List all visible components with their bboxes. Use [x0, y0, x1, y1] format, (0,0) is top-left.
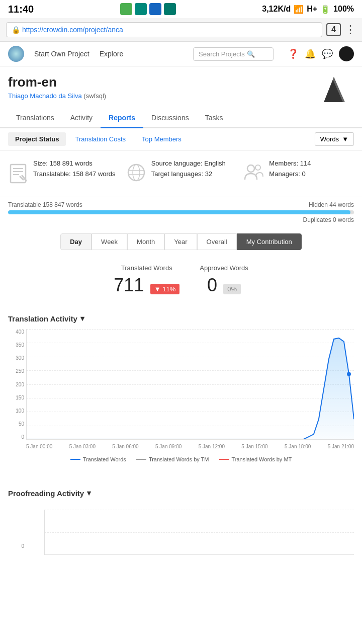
nav-icons: ❓ 🔔 💬 — [288, 46, 354, 61]
approved-words-value: 0 0% — [200, 275, 248, 296]
translation-activity-section: Translation Activity ▾ 0 50 100 150 200 … — [0, 308, 362, 468]
tab-discussions[interactable]: Discussions — [143, 109, 197, 128]
notifications-icon[interactable]: 🔔 — [305, 48, 316, 59]
period-year[interactable]: Year — [164, 233, 197, 250]
proof-chart-inner — [26, 504, 354, 555]
progress-bar — [8, 210, 354, 214]
subtab-project-status[interactable]: Project Status — [8, 132, 66, 146]
tools-icon — [8, 160, 28, 189]
chart-area — [26, 329, 354, 440]
app-icon-3 — [149, 3, 161, 15]
period-day[interactable]: Day — [60, 233, 92, 250]
translatable-label: Translatable 158 847 words — [8, 201, 82, 208]
owner-username: (swfsql) — [83, 92, 106, 100]
svg-point-6 — [128, 165, 144, 181]
progress-labels: Translatable 158 847 words Hidden 44 wor… — [8, 201, 354, 208]
word-counts: Translated Words 711 ▼ 11% Approved Word… — [0, 258, 362, 308]
primary-tabs: Translations Activity Reports Discussion… — [0, 109, 362, 128]
legend-translated-tm: Translated Words by TM — [136, 456, 209, 462]
proofreading-chart-container: 0 — [8, 504, 354, 555]
tab-tasks[interactable]: Tasks — [197, 109, 231, 128]
clock: 11:40 — [8, 4, 34, 15]
app-icon-1 — [120, 3, 132, 15]
period-month[interactable]: Month — [127, 233, 164, 250]
words-dropdown[interactable]: Words ▼ — [315, 132, 354, 146]
chart-container: 0 50 100 150 200 250 300 350 400 — [8, 329, 354, 453]
signal-icon: 📶 — [294, 5, 304, 14]
hidden-label: Hidden 44 words — [309, 201, 354, 208]
translated-badge: ▼ 11% — [150, 284, 180, 294]
svg-point-7 — [133, 165, 140, 181]
translated-words-label: Translated Words — [114, 264, 179, 272]
tab-reports[interactable]: Reports — [101, 109, 143, 128]
status-bar: 11:40 3,12K/d 📶 H+ 🔋 100% — [0, 0, 362, 18]
proofreading-title[interactable]: Proofreading Activity ▾ — [8, 489, 354, 498]
chart-y-labels: 0 50 100 150 200 250 300 350 400 — [8, 329, 26, 440]
subtab-top-members[interactable]: Top Members — [135, 132, 189, 146]
battery-percent: 100% — [333, 5, 354, 14]
svg-point-12 — [347, 372, 351, 376]
browser-menu[interactable]: ⋮ — [345, 23, 356, 36]
legend-line-blue — [70, 459, 80, 460]
period-overall[interactable]: Overall — [197, 233, 237, 250]
approved-words-block: Approved Words 0 0% — [200, 264, 248, 296]
owner-name[interactable]: Thiago Machado da Silva — [8, 92, 82, 100]
legend-label-tm: Translated Words by TM — [149, 456, 209, 462]
svg-point-10 — [247, 165, 254, 172]
period-week[interactable]: Week — [92, 233, 127, 250]
proofreading-section: Proofreading Activity ▾ 0 — [0, 480, 362, 555]
chevron-down-icon: ▾ — [87, 489, 91, 498]
chart-inner: 5 Jan 00:00 5 Jan 03:00 5 Jan 06:00 5 Ja… — [26, 329, 354, 453]
translated-words-block: Translated Words 711 ▼ 11% — [114, 264, 179, 296]
legend-translated-words: Translated Words — [70, 456, 126, 462]
legend-line-red — [219, 459, 229, 460]
tab-count[interactable]: 4 — [326, 23, 341, 36]
duplicates-label: Duplicates 0 words — [8, 216, 354, 223]
proofreading-chart-area — [44, 510, 354, 555]
approved-count: 0 — [207, 275, 217, 295]
search-icon: 🔍 — [247, 50, 255, 58]
legend-line-grey — [136, 459, 146, 460]
project-logo — [314, 74, 354, 105]
chart-legend: Translated Words Translated Words by TM … — [8, 456, 354, 462]
subtab-translation-costs[interactable]: Translation Costs — [68, 132, 133, 146]
avatar[interactable] — [339, 46, 354, 61]
activity-chart-svg — [27, 329, 354, 439]
translated-count: 711 — [114, 275, 144, 295]
nav-start-own-project[interactable]: Start Own Project — [34, 50, 89, 58]
search-projects[interactable]: Search Projects 🔍 — [193, 47, 274, 61]
nav-explore[interactable]: Explore — [100, 50, 123, 58]
translation-activity-title[interactable]: Translation Activity ▾ — [8, 314, 354, 323]
secondary-tabs: Project Status Translation Costs Top Mem… — [0, 128, 362, 150]
words-dropdown-label: Words — [320, 135, 339, 143]
status-icons — [120, 3, 176, 15]
legend-translated-mt: Translated Words by MT — [219, 456, 292, 462]
stat-size-text: Size: 158 891 words Translatable: 158 84… — [33, 158, 116, 180]
progress-section: Translatable 158 847 words Hidden 44 wor… — [0, 197, 362, 225]
app-icon-2 — [135, 3, 147, 15]
stat-language: Source language: English Target language… — [126, 158, 236, 189]
chat-icon[interactable]: 💬 — [322, 48, 333, 59]
approved-badge: 0% — [223, 284, 241, 294]
people-icon — [244, 160, 264, 189]
period-buttons: Day Week Month Year Overall My Contribut… — [0, 225, 362, 258]
tab-translations[interactable]: Translations — [8, 109, 62, 128]
chevron-down-icon: ▼ — [342, 135, 348, 143]
chevron-down-icon: ▾ — [80, 314, 84, 323]
tab-activity[interactable]: Activity — [62, 109, 101, 128]
proof-y-labels: 0 — [8, 504, 26, 549]
stats-section: Size: 158 891 words Translatable: 158 84… — [0, 150, 362, 197]
legend-label-mt: Translated Words by MT — [232, 456, 292, 462]
top-nav: Start Own Project Explore Search Project… — [0, 42, 362, 66]
stat-language-text: Source language: English Target language… — [151, 158, 226, 180]
lock-icon: 🔒 — [12, 26, 20, 34]
project-header: from-en Thiago Machado da Silva (swfsql) — [0, 66, 362, 109]
help-icon[interactable]: ❓ — [288, 48, 299, 59]
battery-type: H+ — [307, 5, 317, 14]
stat-members: Members: 114 Managers: 0 — [244, 158, 354, 189]
period-my-contribution[interactable]: My Contribution — [237, 233, 302, 250]
chart-x-labels: 5 Jan 00:00 5 Jan 03:00 5 Jan 06:00 5 Ja… — [26, 444, 354, 449]
url-bar[interactable]: 🔒 https://crowdin.com/project/anca — [6, 22, 322, 37]
browser-bar: 🔒 https://crowdin.com/project/anca 4 ⋮ — [0, 18, 362, 42]
crowdin-logo[interactable] — [8, 46, 24, 62]
